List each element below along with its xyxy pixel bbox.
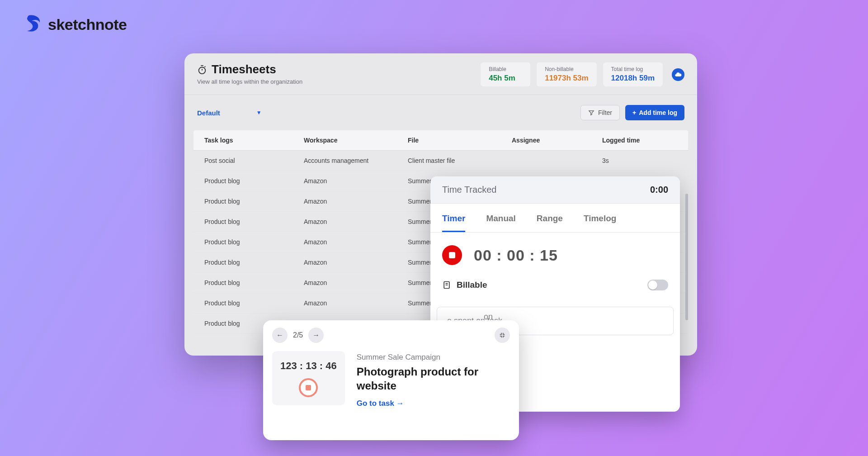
task-mini-card: ← 2/5 → 123 : 13 : 46 Summer Sale Campai… bbox=[263, 320, 519, 440]
brand-logo: sketchnote bbox=[23, 13, 127, 36]
cloud-sync-button[interactable] bbox=[672, 68, 684, 81]
stat-billable: Billable 45h 5m bbox=[481, 62, 530, 86]
compress-icon bbox=[499, 332, 505, 338]
stopwatch-icon bbox=[197, 65, 207, 75]
filter-button[interactable]: Filter bbox=[580, 105, 620, 120]
page-subtitle: View all time logs within the organizati… bbox=[197, 78, 302, 85]
chevron-down-icon: ▼ bbox=[256, 109, 262, 116]
col-workspace: Workspace bbox=[304, 137, 408, 144]
svg-point-0 bbox=[199, 67, 206, 74]
stat-nonbillable: Non-billable 11973h 53m bbox=[537, 62, 596, 86]
page-title: Timesheets bbox=[212, 62, 276, 76]
scrollbar[interactable] bbox=[685, 194, 688, 320]
stop-icon bbox=[449, 252, 455, 258]
billable-toggle[interactable] bbox=[647, 280, 668, 290]
stop-icon bbox=[306, 385, 311, 390]
prev-button[interactable]: ← bbox=[272, 328, 288, 343]
stat-total: Total time log 12018h 59m bbox=[603, 62, 663, 86]
tracker-tabs: Timer Manual Range Timelog bbox=[430, 204, 680, 233]
view-label: Default bbox=[197, 109, 220, 117]
tracker-title: Time Tracked bbox=[442, 185, 496, 195]
next-button[interactable]: → bbox=[308, 328, 324, 343]
mini-timer-value: 123 : 13 : 46 bbox=[280, 360, 337, 372]
col-logged-time: Logged time bbox=[602, 137, 693, 144]
plus-icon: + bbox=[632, 109, 636, 116]
col-file: File bbox=[408, 137, 512, 144]
table-header: Task logs Workspace File Assignee Logged… bbox=[193, 130, 688, 151]
brand-name: sketchnote bbox=[48, 16, 127, 33]
filter-icon bbox=[588, 109, 594, 116]
tab-manual[interactable]: Manual bbox=[486, 214, 515, 232]
mini-timer-block: 123 : 13 : 46 bbox=[272, 351, 345, 405]
arrow-right-icon: → bbox=[312, 331, 320, 339]
app-header: Timesheets View all time logs within the… bbox=[184, 53, 697, 95]
timer-value: 00 : 00 : 15 bbox=[474, 247, 558, 264]
add-time-log-button[interactable]: + Add time log bbox=[625, 105, 684, 120]
stop-timer-button[interactable] bbox=[442, 245, 462, 265]
tab-timelog[interactable]: Timelog bbox=[584, 214, 617, 232]
mini-task-title: Photograph product for website bbox=[357, 365, 510, 393]
mini-stop-button[interactable] bbox=[299, 378, 318, 397]
stats-group: Billable 45h 5m Non-billable 11973h 53m … bbox=[481, 62, 684, 86]
arrow-left-icon: ← bbox=[276, 331, 283, 339]
col-task-logs: Task logs bbox=[204, 137, 304, 144]
table-row[interactable]: Post socialAccounts managementClient mas… bbox=[193, 151, 688, 171]
col-assignee: Assignee bbox=[512, 137, 602, 144]
view-selector[interactable]: Default ▼ bbox=[197, 109, 262, 117]
go-to-task-link[interactable]: Go to task → bbox=[357, 399, 510, 408]
receipt-icon bbox=[442, 280, 451, 290]
mini-campaign: Summer Sale Campaign bbox=[357, 353, 510, 362]
tracker-elapsed: 0:00 bbox=[650, 185, 668, 195]
tab-timer[interactable]: Timer bbox=[442, 214, 465, 232]
billable-label: Billable bbox=[457, 280, 487, 290]
mini-pagination: 2/5 bbox=[293, 331, 303, 339]
tab-range[interactable]: Range bbox=[537, 214, 563, 232]
sketchnote-icon bbox=[23, 13, 44, 36]
toolbar: Default ▼ Filter + Add time log bbox=[184, 95, 697, 130]
minimize-button[interactable] bbox=[495, 328, 510, 343]
